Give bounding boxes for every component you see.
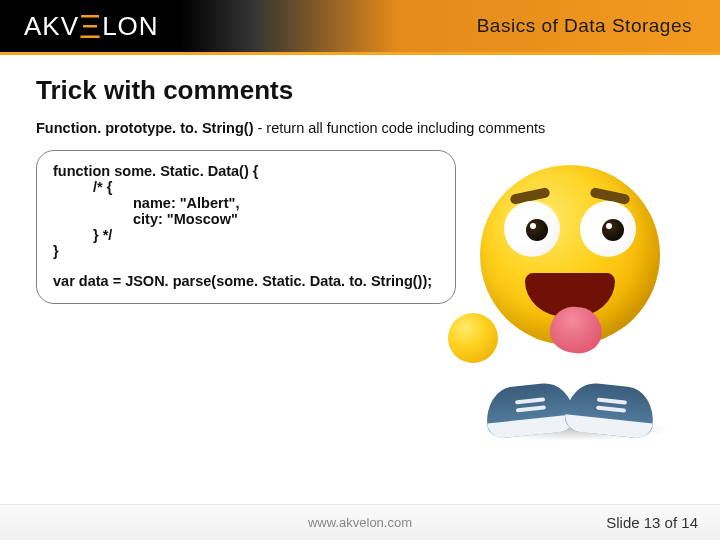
hand-icon	[448, 313, 498, 363]
shoe-icon	[484, 381, 577, 440]
code-example-box: function some. Static. Data() { /* { nam…	[36, 150, 456, 304]
code-line: var data = JSON. parse(some. Static. Dat…	[53, 273, 439, 289]
code-line: city: "Moscow"	[53, 211, 439, 227]
subtitle-description: - return all function code including com…	[253, 120, 545, 136]
page-number: Slide 13 of 14	[606, 514, 698, 531]
smiley-mascot-image	[450, 155, 680, 435]
code-line: } */	[53, 227, 439, 243]
header-bar: AKVΞLON Basics of Data Storages	[0, 0, 720, 55]
smiley-face-icon	[480, 165, 660, 345]
shoe-icon	[564, 381, 657, 440]
slide-subtitle: Function. prototype. to. String() - retu…	[36, 120, 684, 136]
slide-title: Trick with comments	[36, 75, 684, 106]
code-gap	[53, 259, 439, 273]
eye-icon	[580, 201, 636, 257]
code-line: }	[53, 243, 439, 259]
code-line: function some. Static. Data() {	[53, 163, 439, 179]
company-logo: AKVΞLON	[24, 11, 159, 42]
code-line: name: "Albert",	[53, 195, 439, 211]
slide-content: Trick with comments Function. prototype.…	[0, 55, 720, 304]
presentation-section-title: Basics of Data Storages	[477, 15, 692, 37]
subtitle-function: Function. prototype. to. String()	[36, 120, 253, 136]
logo-text-left: AKV	[24, 11, 79, 42]
eye-icon	[504, 201, 560, 257]
logo-text-right: LON	[102, 11, 158, 42]
footer-url: www.akvelon.com	[308, 515, 412, 530]
code-line: /* {	[53, 179, 439, 195]
